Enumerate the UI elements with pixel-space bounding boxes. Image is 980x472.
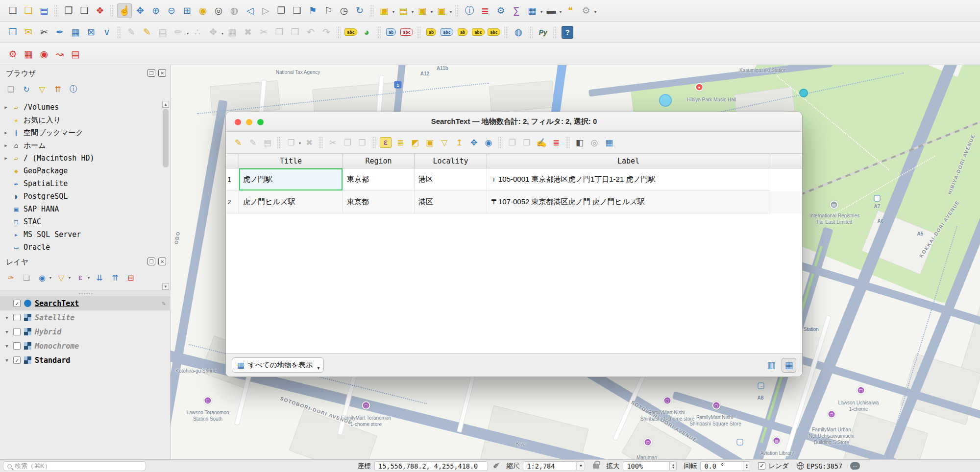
rotation-spinner[interactable]: 0.0 ° (700, 461, 743, 471)
corner-header[interactable] (226, 154, 239, 168)
rotate-label-icon[interactable]: abc (471, 25, 486, 40)
show-bookmarks-icon[interactable]: ⚐ (321, 3, 336, 18)
run-processing-icon[interactable]: ⚙▾ (579, 3, 593, 18)
new-geopackage-layer-icon[interactable]: ✉ (21, 25, 36, 40)
refresh-icon[interactable]: ↻ (352, 3, 367, 18)
table-view-button[interactable]: ▦ (782, 358, 796, 373)
browser-properties-icon[interactable]: ⓘ (67, 83, 80, 95)
cell-region[interactable]: 東京都 (343, 191, 415, 213)
filter-by-expression-icon[interactable]: ε▾ (74, 271, 87, 284)
map-tips-icon[interactable]: ❝ (563, 3, 578, 18)
plugin-route-icon[interactable]: ↝ (52, 47, 67, 61)
expand-all-icon[interactable]: ⇊ (93, 271, 106, 284)
toggle-editing-icon[interactable]: ✎ (231, 136, 245, 149)
collapse-all-layers-icon[interactable]: ⇈ (109, 271, 122, 284)
lock-scale-icon[interactable] (593, 464, 599, 469)
save-project-icon[interactable]: ▤ (37, 3, 51, 18)
float-panel-button[interactable]: ❐ (147, 258, 155, 265)
cut-features-icon[interactable]: ✂ (256, 25, 271, 40)
new-mesh-layer-icon[interactable]: ⊠ (84, 25, 98, 40)
paste-features-icon[interactable]: ❒ (355, 136, 369, 149)
plugin-grid-icon[interactable]: ▦ (21, 47, 36, 61)
python-console-icon[interactable]: Py (536, 25, 550, 40)
remove-layer-icon[interactable]: ⊟ (124, 271, 137, 284)
statistical-summary-icon[interactable]: ≣ (478, 3, 492, 18)
pin-labels-blue-icon[interactable]: ab (384, 25, 398, 40)
metasearch-icon[interactable]: ◍ (511, 25, 526, 40)
zoom-to-selection-icon[interactable]: ◉ (196, 3, 210, 18)
new-spatial-bookmark-icon[interactable]: ⚑ (305, 3, 320, 18)
zoom-out-icon[interactable]: ⊖ (164, 3, 179, 18)
column-header-locality[interactable]: Locality (415, 154, 487, 168)
close-window-button[interactable] (235, 119, 241, 125)
current-edits-icon[interactable]: ✎ (124, 25, 139, 40)
deselect-all-table-icon[interactable]: ▣ (423, 136, 437, 149)
zoom-last-icon[interactable]: ◁ (243, 3, 257, 18)
change-label-icon[interactable]: abc (487, 25, 501, 40)
new-print-layout-icon[interactable]: ❐ (61, 3, 76, 18)
zoom-next-icon[interactable]: ▷ (258, 3, 273, 18)
layer-checkbox[interactable]: ✓ (13, 356, 21, 364)
browser-item-oracle[interactable]: ▭Oracle (0, 241, 162, 254)
new-gpx-layer-icon[interactable]: ∨ (99, 25, 114, 40)
modify-attributes-icon[interactable]: ▦ (225, 25, 240, 40)
form-view-button[interactable]: ▥ (764, 358, 779, 373)
chevron-right-icon[interactable]: ▶ (3, 105, 9, 110)
zoom-in-icon[interactable]: ⊕ (148, 3, 163, 18)
spinner-arrows-icon[interactable]: ▲▼ (743, 461, 750, 471)
new-map-view-icon[interactable]: ❐ (274, 3, 289, 18)
layer-labeling-icon[interactable]: abc (343, 25, 358, 40)
data-source-manager-icon[interactable]: ❒ (5, 25, 20, 40)
duplicate-feature-icon[interactable]: ❒▾ (284, 136, 298, 149)
browser-item-stac[interactable]: ❒STAC (0, 215, 162, 228)
undo-icon[interactable]: ↶ (303, 25, 318, 40)
show-hidden-labels-icon[interactable]: abc (440, 25, 454, 40)
conditional-formatting-icon[interactable]: ◧ (573, 136, 587, 149)
cell-region[interactable]: 東京都 (343, 168, 415, 191)
new-project-icon[interactable]: ❏ (5, 3, 20, 18)
scroll-thumb[interactable] (163, 109, 169, 167)
dialog-titlebar[interactable]: SearchText — 地物数合計: 2, フィルタ: 2, 選択: 0 (226, 112, 802, 132)
field-calculator-icon[interactable]: ✍ (535, 136, 548, 149)
plugin-report-icon[interactable]: ▤ (68, 47, 83, 61)
new-spatialite-layer-icon[interactable]: ✒ (52, 25, 67, 40)
cell-title[interactable]: 虎ノ門駅 (239, 168, 343, 191)
chevron-down-icon[interactable]: ▼ (4, 330, 10, 334)
browser-item-home[interactable]: ▶⌂ホーム (0, 139, 162, 152)
select-by-expression-icon[interactable]: ε (379, 136, 392, 149)
layer-checkbox[interactable] (13, 328, 21, 335)
filter-legend-icon[interactable]: ▽▾ (55, 271, 68, 284)
plugin-gear-icon[interactable]: ⚙ (5, 47, 20, 61)
select-all-icon[interactable]: ≣ (393, 136, 407, 149)
paste-features-icon[interactable]: ❒ (288, 25, 302, 40)
plugin-placemark-icon[interactable]: ◉ (37, 47, 51, 61)
delete-selected-icon[interactable]: ✖ (241, 25, 255, 40)
close-panel-button[interactable]: ✕ (158, 69, 166, 77)
chevron-right-icon[interactable]: ▶ (3, 143, 9, 148)
layer-checkbox[interactable] (13, 342, 21, 350)
layer-item-satellite[interactable]: ▼ Satellite (0, 310, 171, 325)
filter-browser-icon[interactable]: ▽ (36, 83, 49, 95)
browser-item-postgres[interactable]: ◗PostgreSQL (0, 190, 162, 203)
temporal-controller-icon[interactable]: ◷ (337, 3, 351, 18)
digitize-segment-icon[interactable]: ✏▾ (171, 25, 186, 40)
highlight-labels-red-icon[interactable]: abc (399, 25, 414, 40)
add-group-icon[interactable]: ❏ (20, 271, 33, 284)
select-by-location-icon[interactable]: ▣▾ (434, 3, 449, 18)
invert-selection-icon[interactable]: ◩ (408, 136, 422, 149)
zoom-to-layer-icon[interactable]: ◎ (211, 3, 226, 18)
browser-item-folder[interactable]: ▶▱/ (Macintosh HD) (0, 152, 162, 165)
zoom-native-icon[interactable]: ◍ (227, 3, 242, 18)
layer-checkbox[interactable] (13, 314, 21, 321)
pin-label-icon[interactable]: ab (424, 25, 439, 40)
chevron-right-icon[interactable]: ▶ (3, 130, 9, 135)
sum-statistics-icon[interactable]: ∑ (509, 3, 524, 18)
layer-item-monochrome[interactable]: ▼ Monochrome (0, 339, 171, 353)
cut-features-icon[interactable]: ✂ (326, 136, 340, 149)
layer-item-hybrid[interactable]: ▼ Hybrid (0, 325, 171, 339)
layer-diagram-icon[interactable]: ◕ (359, 25, 374, 40)
new-3d-map-view-icon[interactable]: ❑ (290, 3, 304, 18)
organize-columns-icon[interactable]: ↥ (452, 136, 466, 149)
manage-map-themes-icon[interactable]: ◉▾ (36, 271, 49, 284)
new-virtual-layer-icon[interactable]: ▦ (68, 25, 83, 40)
